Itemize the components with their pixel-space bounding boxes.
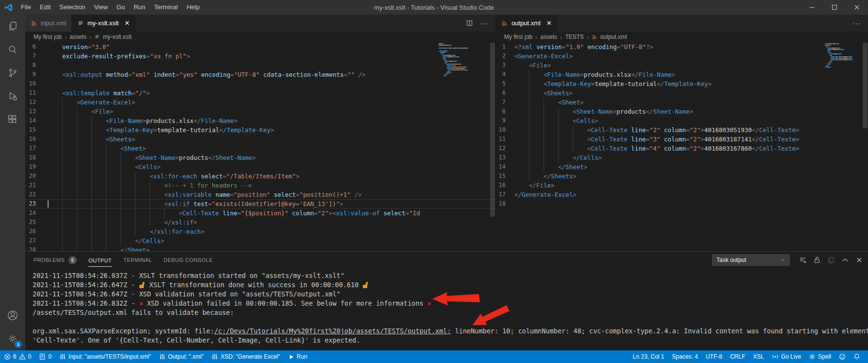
split-editor-icon[interactable] <box>466 19 473 27</box>
line-number[interactable]: 25 <box>25 218 48 227</box>
code-line[interactable]: 17</Generate-Excel> <box>496 190 868 199</box>
code-line[interactable]: 10<Cell-Texte line="2" column="2">401680… <box>496 125 868 135</box>
code-line[interactable]: 4<File-Name>products.xlsx</File-Name> <box>496 70 868 79</box>
line-number[interactable]: 3 <box>496 61 514 70</box>
line-number[interactable]: 10 <box>25 79 48 88</box>
document-count-status[interactable]: 0 <box>35 350 55 363</box>
notifications-bell-button[interactable] <box>850 350 864 363</box>
code-line[interactable]: 21<!-- + 1 for headers --> <box>25 181 495 190</box>
code-line[interactable]: 16<Sheets> <box>25 135 495 144</box>
line-number[interactable]: 13 <box>496 153 514 162</box>
line-number[interactable]: 15 <box>25 125 48 135</box>
accounts-icon[interactable] <box>0 304 25 327</box>
code-line[interactable]: 8 <box>25 61 495 70</box>
line-number[interactable]: 22 <box>25 190 48 199</box>
code-line[interactable]: 11<xsl:template match="/"> <box>25 88 495 98</box>
spell-checker-button[interactable]: Spell <box>805 350 835 363</box>
menu-run[interactable]: Run <box>129 0 150 15</box>
source-control-icon[interactable] <box>0 61 25 85</box>
breadcrumb-root[interactable]: My first job <box>504 34 532 40</box>
minimap-left[interactable] <box>438 43 468 77</box>
code-line[interactable]: 12<Generate-Excel> <box>25 98 495 107</box>
line-number[interactable]: 2 <box>496 52 514 61</box>
code-line[interactable]: 7<Sheet> <box>496 98 868 107</box>
code-line[interactable]: 9<xsl:output method="xml" indent="yes" e… <box>25 70 495 79</box>
line-number[interactable]: 12 <box>25 98 48 107</box>
breadcrumb-file[interactable]: my-xslt.xslt <box>94 34 131 40</box>
clear-output-icon[interactable] <box>799 256 807 264</box>
line-number[interactable]: 20 <box>25 172 48 181</box>
lock-autoscroll-icon[interactable] <box>813 256 821 264</box>
maximize-panel-icon[interactable] <box>841 256 849 264</box>
menu-edit[interactable]: Edit <box>35 0 55 15</box>
line-number[interactable]: 24 <box>25 208 48 218</box>
menu-help[interactable]: Help <box>182 0 204 15</box>
line-number[interactable]: 7 <box>496 98 514 107</box>
explorer-icon[interactable] <box>0 15 25 38</box>
code-line[interactable]: 22<xsl:variable name="position" select="… <box>25 190 495 199</box>
scrollbar-right[interactable] <box>863 43 868 128</box>
code-line[interactable]: 11<Cell-Texte line="3" column="2">401680… <box>496 135 868 144</box>
minimap-right[interactable] <box>825 43 864 69</box>
more-actions-icon[interactable]: ··· <box>852 19 861 27</box>
breadcrumb-folder[interactable]: assets <box>69 34 86 40</box>
maximize-button[interactable] <box>823 0 846 15</box>
menu-terminal[interactable]: Terminal <box>150 0 182 15</box>
line-number[interactable]: 15 <box>496 172 514 181</box>
code-line[interactable]: 12<Cell-Texte line="4" column="2">401680… <box>496 144 868 153</box>
code-line[interactable]: 15<Template-Key>template-tutorial</Templ… <box>25 125 495 135</box>
line-number[interactable]: 23 <box>25 199 48 208</box>
code-line[interactable]: 19<Cells> <box>25 162 495 172</box>
line-number[interactable]: 14 <box>496 162 514 172</box>
code-line[interactable]: 5<Template-Key>template-tutorial</Templa… <box>496 79 868 88</box>
line-number[interactable]: 11 <box>496 135 514 144</box>
code-line[interactable]: 13</Cells> <box>496 153 868 162</box>
open-log-file-icon[interactable] <box>827 256 835 264</box>
run-debug-icon[interactable] <box>0 85 25 108</box>
output-channel-select[interactable]: Task output <box>712 254 790 266</box>
code-line[interactable]: 16</File> <box>496 181 868 190</box>
line-number[interactable]: 9 <box>25 70 48 79</box>
code-line[interactable]: 23<xsl:if test="exists(Identifier[@key='… <box>25 199 495 208</box>
code-line[interactable]: 20<xsl:for-each select="/Table/Items/Ite… <box>25 172 495 181</box>
line-number[interactable]: 17 <box>496 190 514 199</box>
line-number[interactable]: 28 <box>25 245 48 251</box>
code-line[interactable]: 17<Sheet> <box>25 144 495 153</box>
go-live-button[interactable]: Go Live <box>768 350 805 363</box>
tab-problems[interactable]: PROBLEMS 6 <box>34 252 77 268</box>
code-line[interactable]: 14</Sheet> <box>496 162 868 172</box>
line-number[interactable]: 1 <box>496 42 514 52</box>
encoding-status[interactable]: UTF-8 <box>702 350 726 363</box>
breadcrumb-file[interactable]: output.xml <box>592 34 627 40</box>
line-number[interactable]: 16 <box>496 181 514 190</box>
code-line[interactable]: 10 <box>25 79 495 88</box>
cursor-position-status[interactable]: Ln 23, Col 1 <box>629 350 668 363</box>
code-line[interactable]: 6<Sheets> <box>496 88 868 98</box>
tab-output-xml[interactable]: output.xml ✕ <box>496 15 558 32</box>
eol-status[interactable]: CRLF <box>726 350 749 363</box>
scrollbar-left[interactable] <box>490 43 495 217</box>
code-line[interactable]: 25</xsl:if> <box>25 218 495 227</box>
editor-right[interactable]: 1<?xml version="1.0" encoding="UTF-8"?>2… <box>496 42 868 251</box>
xsd-status[interactable]: XSD: "Generate Excel" <box>207 350 284 363</box>
menu-view[interactable]: View <box>90 0 112 15</box>
line-number[interactable]: 10 <box>496 125 514 135</box>
line-number[interactable]: 17 <box>25 144 48 153</box>
indentation-status[interactable]: Spaces: 4 <box>668 350 702 363</box>
code-line[interactable]: 28</Sheet> <box>25 245 495 251</box>
line-number[interactable]: 19 <box>25 162 48 172</box>
code-line[interactable]: 24<Cell-Texte line="{$position}" column=… <box>25 208 495 218</box>
menu-file[interactable]: File <box>17 0 35 15</box>
tab-debug-console[interactable]: DEBUG CONSOLE <box>164 252 213 268</box>
menu-go[interactable]: Go <box>112 0 129 15</box>
more-actions-icon[interactable]: ··· <box>480 19 489 27</box>
output-file-status[interactable]: Output: ".xml" <box>155 350 207 363</box>
feedback-button[interactable] <box>835 350 850 363</box>
line-number[interactable]: 9 <box>496 116 514 125</box>
tab-my-xslt[interactable]: my-xslt.xslt ✕ <box>72 15 136 32</box>
line-number[interactable]: 21 <box>25 181 48 190</box>
run-button[interactable]: Run <box>284 350 311 363</box>
input-file-status[interactable]: Input: "assets/TESTS/input.xml" <box>55 350 155 363</box>
extensions-icon[interactable] <box>0 108 25 131</box>
line-number[interactable]: 18 <box>25 153 48 162</box>
